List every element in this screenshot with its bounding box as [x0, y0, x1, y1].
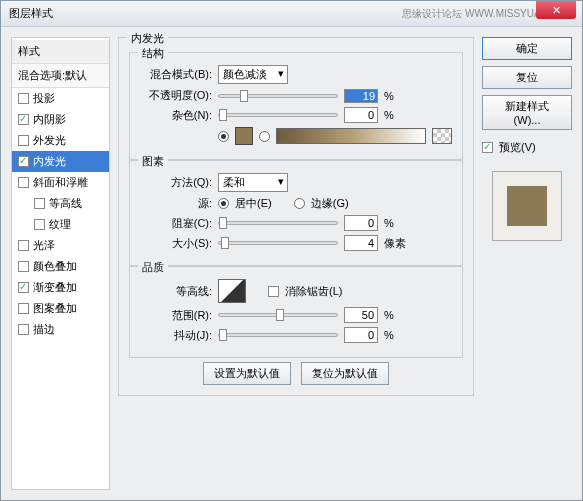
color-radio[interactable]: [218, 131, 229, 142]
jitter-unit: %: [384, 329, 394, 341]
style-checkbox[interactable]: [18, 324, 29, 335]
style-checkbox[interactable]: [18, 114, 29, 125]
blend-options-item[interactable]: 混合选项:默认: [12, 64, 109, 88]
source-center-radio[interactable]: [218, 198, 229, 209]
jitter-slider[interactable]: [218, 333, 338, 337]
style-item-label: 外发光: [33, 133, 66, 148]
blend-mode-select[interactable]: 颜色减淡: [218, 65, 288, 84]
style-item-label: 颜色叠加: [33, 259, 77, 274]
jitter-input[interactable]: 0: [344, 327, 378, 343]
set-default-button[interactable]: 设置为默认值: [203, 362, 291, 385]
inner-glow-legend: 内发光: [127, 31, 168, 46]
style-checkbox[interactable]: [18, 282, 29, 293]
titlebar: 图层样式 思缘设计论坛 WWW.MISSYUAN.COM ✕: [1, 1, 582, 27]
window-title: 图层样式: [9, 6, 53, 21]
preview-swatch: [507, 186, 547, 226]
source-label: 源:: [140, 196, 212, 211]
style-checkbox[interactable]: [18, 135, 29, 146]
style-item-3[interactable]: 内发光: [12, 151, 109, 172]
size-label: 大小(S):: [140, 236, 212, 251]
style-checkbox[interactable]: [18, 177, 29, 188]
elements-legend: 图素: [138, 154, 168, 169]
elements-group: 图素 方法(Q): 柔和 源: 居中(E) 边缘(G) 阻塞(C):: [129, 160, 463, 266]
quality-legend: 品质: [138, 260, 168, 275]
style-checkbox[interactable]: [18, 93, 29, 104]
size-input[interactable]: 4: [344, 235, 378, 251]
antialias-label: 消除锯齿(L): [285, 284, 342, 299]
style-item-11[interactable]: 描边: [12, 319, 109, 340]
contour-picker[interactable]: [218, 279, 246, 303]
style-item-label: 斜面和浮雕: [33, 175, 88, 190]
inner-glow-group: 内发光 结构 混合模式(B): 颜色减淡 不透明度(O): 19 % 杂色(N): [118, 37, 474, 396]
source-edge-label: 边缘(G): [311, 196, 349, 211]
style-checkbox[interactable]: [34, 219, 45, 230]
opacity-input[interactable]: 19: [344, 89, 378, 103]
antialias-checkbox[interactable]: [268, 286, 279, 297]
style-item-label: 纹理: [49, 217, 71, 232]
close-button[interactable]: ✕: [536, 1, 576, 19]
style-item-0[interactable]: 投影: [12, 88, 109, 109]
ok-button[interactable]: 确定: [482, 37, 572, 60]
noise-label: 杂色(N):: [140, 108, 212, 123]
gradient-radio[interactable]: [259, 131, 270, 142]
layer-style-dialog: 图层样式 思缘设计论坛 WWW.MISSYUAN.COM ✕ 样式 混合选项:默…: [0, 0, 583, 501]
preview-checkbox[interactable]: [482, 142, 493, 153]
opacity-slider[interactable]: [218, 94, 338, 98]
style-checkbox[interactable]: [18, 156, 29, 167]
style-item-9[interactable]: 渐变叠加: [12, 277, 109, 298]
style-item-8[interactable]: 颜色叠加: [12, 256, 109, 277]
style-item-1[interactable]: 内阴影: [12, 109, 109, 130]
choke-input[interactable]: 0: [344, 215, 378, 231]
choke-unit: %: [384, 217, 394, 229]
contour-label: 等高线:: [140, 284, 212, 299]
style-item-label: 图案叠加: [33, 301, 77, 316]
size-unit: 像素: [384, 236, 406, 251]
style-item-label: 渐变叠加: [33, 280, 77, 295]
noise-unit: %: [384, 109, 394, 121]
source-edge-radio[interactable]: [294, 198, 305, 209]
size-slider[interactable]: [218, 241, 338, 245]
style-item-6[interactable]: 纹理: [12, 214, 109, 235]
style-item-label: 内阴影: [33, 112, 66, 127]
new-style-button[interactable]: 新建样式(W)...: [482, 95, 572, 130]
style-item-label: 光泽: [33, 238, 55, 253]
style-checkbox[interactable]: [18, 303, 29, 314]
noise-slider[interactable]: [218, 113, 338, 117]
method-select[interactable]: 柔和: [218, 173, 288, 192]
noise-input[interactable]: 0: [344, 107, 378, 123]
style-item-7[interactable]: 光泽: [12, 235, 109, 256]
cancel-button[interactable]: 复位: [482, 66, 572, 89]
style-checkbox[interactable]: [34, 198, 45, 209]
reset-default-button[interactable]: 复位为默认值: [301, 362, 389, 385]
style-item-label: 描边: [33, 322, 55, 337]
opacity-unit: %: [384, 90, 394, 102]
range-unit: %: [384, 309, 394, 321]
style-item-4[interactable]: 斜面和浮雕: [12, 172, 109, 193]
style-checkbox[interactable]: [18, 261, 29, 272]
blend-mode-label: 混合模式(B):: [140, 67, 212, 82]
structure-legend: 结构: [138, 46, 168, 61]
settings-panel: 内发光 结构 混合模式(B): 颜色减淡 不透明度(O): 19 % 杂色(N): [118, 37, 474, 490]
opacity-label: 不透明度(O):: [140, 88, 212, 103]
styles-header[interactable]: 样式: [12, 40, 109, 64]
gradient-picker[interactable]: [276, 128, 426, 144]
style-item-label: 等高线: [49, 196, 82, 211]
choke-slider[interactable]: [218, 221, 338, 225]
method-label: 方法(Q):: [140, 175, 212, 190]
choke-label: 阻塞(C):: [140, 216, 212, 231]
style-item-10[interactable]: 图案叠加: [12, 298, 109, 319]
jitter-label: 抖动(J):: [140, 328, 212, 343]
style-item-5[interactable]: 等高线: [12, 193, 109, 214]
right-panel: 确定 复位 新建样式(W)... 预览(V): [482, 37, 572, 490]
range-label: 范围(R):: [140, 308, 212, 323]
style-item-2[interactable]: 外发光: [12, 130, 109, 151]
color-swatch[interactable]: [235, 127, 253, 145]
style-checkbox[interactable]: [18, 240, 29, 251]
preview-box: [492, 171, 562, 241]
style-item-label: 内发光: [33, 154, 66, 169]
gradient-dropdown-icon[interactable]: [432, 128, 452, 144]
preview-label: 预览(V): [499, 140, 536, 155]
structure-group: 结构 混合模式(B): 颜色减淡 不透明度(O): 19 % 杂色(N):: [129, 52, 463, 160]
range-input[interactable]: 50: [344, 307, 378, 323]
range-slider[interactable]: [218, 313, 338, 317]
